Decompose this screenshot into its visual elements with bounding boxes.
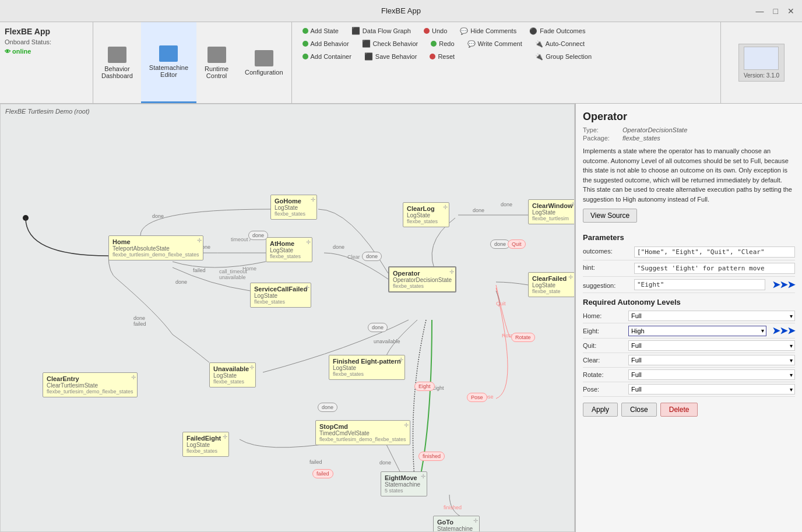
autonomy-eight-select-wrap[interactable]: FullHighLowOff	[628, 326, 766, 336]
node-type: LogState	[213, 372, 252, 379]
param-suggestion-value: "Eight"	[634, 279, 765, 290]
node-title: Unavailable	[213, 365, 252, 372]
add-state-label: Add State	[311, 27, 339, 34]
canvas-area[interactable]: FlexBE Turtlesim Demo (root) done failed…	[0, 104, 575, 532]
fade-outcomes-button[interactable]: ⚫ Fade Outcomes	[525, 26, 590, 36]
minimize-button[interactable]: —	[753, 5, 767, 17]
state-node-failedeight[interactable]: ✛ FailedEight LogState flexbe_states	[182, 432, 229, 457]
state-node-clearwindow[interactable]: ✛ ClearWindow LogState flexbe_turtlesim	[528, 199, 575, 224]
state-node-clearlog[interactable]: ✛ ClearLog LogState flexbe_states	[403, 202, 449, 227]
add-container-label: Add Container	[311, 53, 351, 60]
svg-text:done: done	[175, 279, 187, 285]
panel-description: Implements a state where the operator ha…	[583, 146, 795, 204]
svg-text:unavailable: unavailable	[219, 274, 246, 280]
node-type: Statemachine	[437, 526, 476, 532]
state-node-home[interactable]: ✛ Home TeleportAbsoluteState flexbe_turt…	[108, 235, 203, 260]
outcome-done-1: done	[248, 231, 268, 240]
move-handle: ✛	[249, 364, 254, 371]
panel-title: Operator	[583, 111, 795, 123]
autonomy-eight: Eight: FullHighLowOff ➤➤➤	[583, 323, 795, 339]
hide-comments-icon: 💬	[460, 27, 468, 35]
svg-text:call_timeout: call_timeout	[219, 269, 248, 274]
autonomy-rotate-select-wrap[interactable]: FullHighLowOff	[628, 369, 795, 380]
autonomy-eight-select[interactable]: FullHighLowOff	[628, 326, 766, 336]
save-behavior-button[interactable]: ⬛ Save Behavior	[360, 51, 422, 62]
move-handle: ✛	[131, 374, 136, 380]
svg-text:done: done	[333, 244, 344, 250]
fade-outcomes-label: Fade Outcomes	[540, 27, 585, 34]
nav-runtime-control[interactable]: RuntimeControl	[196, 22, 237, 103]
add-state-button[interactable]: Add State	[298, 26, 343, 36]
hide-comments-button[interactable]: 💬 Hide Comments	[455, 26, 521, 36]
nav-behavior-dashboard[interactable]: BehaviorDashboard	[93, 22, 141, 103]
state-node-servicecallfailed[interactable]: ✛ ServiceCallFailed LogState flexbe_stat…	[250, 283, 311, 308]
state-node-gohome[interactable]: ✛ GoHome LogState flexbe_states	[270, 195, 317, 220]
autonomy-quit-select-wrap[interactable]: FullHighLowOff	[628, 340, 795, 351]
view-source-button[interactable]: View Source	[583, 209, 637, 223]
group-selection-label: Group Selection	[546, 53, 592, 60]
node-pkg: flexbe_turtlesim_demo_flexbe_states	[47, 389, 133, 394]
undo-button[interactable]: Undo	[419, 26, 452, 36]
node-type: TimedCmdVelState	[319, 430, 406, 436]
state-node-goto[interactable]: ✛ GoTo Statemachine 3 states	[433, 516, 480, 532]
group-selection-icon: 🔌	[535, 53, 543, 61]
delete-button[interactable]: Delete	[660, 403, 698, 417]
move-handle: ✛	[399, 357, 403, 363]
autonomy-home-select-wrap[interactable]: FullHighLowOff	[628, 311, 795, 321]
state-node-operator[interactable]: ✛ Operator OperatorDecisionState flexbe_…	[388, 266, 456, 293]
autonomy-clear-select[interactable]: FullHighLowOff	[628, 355, 795, 365]
state-node-athome[interactable]: ✛ AtHome LogState flexbe_states	[266, 237, 312, 262]
eight-arrow: ➤➤➤	[772, 325, 795, 336]
statemachine-editor-icon	[159, 45, 178, 62]
svg-text:done: done	[473, 207, 484, 213]
svg-text:done: done	[152, 213, 164, 219]
data-flow-graph-button[interactable]: ⬛ Data Flow Graph	[347, 26, 416, 36]
node-title: GoTo	[437, 519, 476, 526]
autonomy-rotate-select[interactable]: FullHighLowOff	[628, 369, 795, 380]
group-selection-button[interactable]: 🔌 Group Selection	[530, 52, 596, 62]
redo-button[interactable]: Redo	[426, 39, 459, 48]
autonomy-clear-select-wrap[interactable]: FullHighLowOff	[628, 355, 795, 365]
check-behavior-button[interactable]: ⬛ Check Behavior	[357, 38, 423, 49]
reset-label: Reset	[438, 53, 455, 60]
autonomy-home-select[interactable]: FullHighLowOff	[628, 311, 795, 321]
close-button[interactable]: ✕	[785, 5, 797, 17]
state-node-unavailable[interactable]: ✛ Unavailable LogState flexbe_states	[209, 362, 256, 387]
autonomy-home: Home: FullHighLowOff	[583, 309, 795, 323]
auto-connect-button[interactable]: 🔌 Auto-Connect	[530, 39, 589, 49]
move-handle: ✛	[223, 434, 227, 440]
autonomy-quit-select[interactable]: FullHighLowOff	[628, 340, 795, 351]
autonomy-pose-select-wrap[interactable]: FullHighLowOff	[628, 384, 795, 394]
add-behavior-button[interactable]: Add Behavior	[298, 39, 354, 48]
entry-point	[23, 215, 29, 221]
node-title: GoHome	[275, 198, 313, 205]
app-name-label: FlexBE App	[5, 27, 88, 36]
data-flow-graph-icon: ⬛	[351, 27, 360, 35]
window-controls[interactable]: — □ ✕	[753, 5, 797, 17]
param-hint-value: "Suggest 'Eight' for pattern move	[634, 263, 795, 274]
nav-configuration[interactable]: Configuration	[237, 22, 291, 103]
node-pkg: flexbe_state	[532, 288, 571, 294]
node-title: ServiceCallFailed	[254, 286, 307, 293]
node-title: ClearLog	[407, 205, 445, 212]
suggestion-arrow: ➤➤➤	[772, 279, 795, 290]
auto-connect-icon: 🔌	[535, 40, 543, 48]
nav-statemachine-editor[interactable]: StatemachineEditor	[141, 22, 196, 103]
apply-button[interactable]: Apply	[583, 403, 618, 417]
parameters-title: Parameters	[583, 233, 795, 242]
state-node-clearfailed[interactable]: ✛ ClearFailed LogState flexbe_state	[528, 272, 575, 297]
state-node-stopcmd[interactable]: ✛ StopCmd TimedCmdVelState flexbe_turtle…	[315, 420, 410, 445]
state-node-eightmove[interactable]: ✛ EightMove Statemachine 5 states	[381, 471, 427, 496]
add-container-button[interactable]: Add Container	[298, 52, 356, 61]
state-node-clearentry[interactable]: ✛ ClearEntry ClearTurtlesimState flexbe_…	[43, 372, 138, 397]
svg-text:Clear: Clear	[347, 254, 360, 260]
close-button[interactable]: Close	[621, 403, 657, 417]
action-row-1: Add State ⬛ Data Flow Graph Undo 💬 Hide …	[298, 26, 715, 36]
node-title: AtHome	[270, 240, 308, 247]
redo-label: Redo	[439, 40, 454, 47]
state-node-finishedeightpattern[interactable]: ✛ Finished Eight-pattern LogState flexbe…	[329, 355, 405, 380]
write-comment-button[interactable]: 💬 Write Comment	[463, 39, 527, 49]
reset-button[interactable]: Reset	[425, 52, 459, 61]
maximize-button[interactable]: □	[771, 5, 781, 17]
autonomy-pose-select[interactable]: FullHighLowOff	[628, 384, 795, 394]
